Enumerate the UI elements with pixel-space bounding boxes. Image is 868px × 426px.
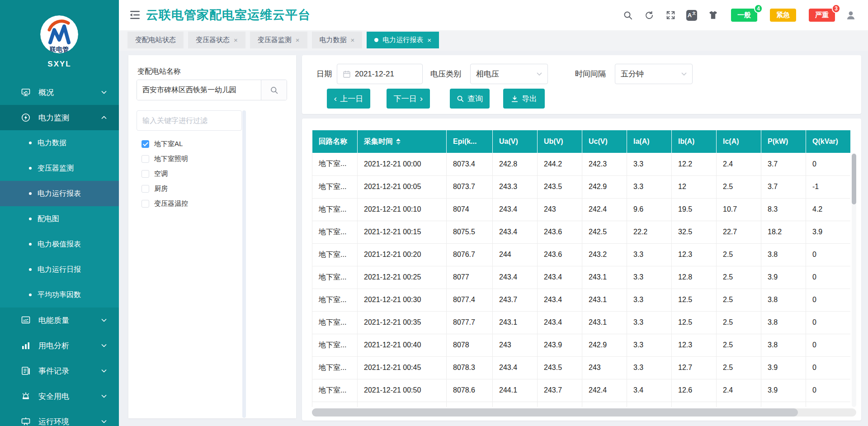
sidebar-subitem-4[interactable]: 电力运行报表 xyxy=(0,181,119,206)
sort-icon[interactable] xyxy=(396,138,401,145)
alarm-badge-0[interactable]: 一般4 xyxy=(731,9,757,22)
next-day-button[interactable]: 下一日 › xyxy=(387,89,430,109)
refresh-icon[interactable] xyxy=(644,10,655,21)
sidebar-item-label: 运行环境 xyxy=(38,417,69,426)
voltage-type-select[interactable]: 相电压 xyxy=(470,64,548,84)
table-cell: 地下室... xyxy=(312,311,358,334)
table-cell: 243.5 xyxy=(538,356,582,379)
table-cell: 242.4 xyxy=(582,198,627,221)
sidebar-item-label: 安全用电 xyxy=(38,391,69,402)
sidebar-item-11[interactable]: 事件记录 xyxy=(0,358,119,383)
circuit-row-4[interactable]: 变压器温控 xyxy=(142,196,188,211)
chevron-down-icon xyxy=(681,72,687,76)
sidebar-subitem-2[interactable]: 电力数据 xyxy=(0,130,119,156)
sidebar-subitem-5[interactable]: 配电图 xyxy=(0,206,119,232)
close-icon[interactable]: × xyxy=(234,37,238,43)
circuit-label: 厨房 xyxy=(154,185,168,193)
table-cell: 242.9 xyxy=(582,175,627,198)
sidebar-item-1[interactable]: 电力监测 xyxy=(0,105,119,130)
table-row: 地下室...2021-12-21 00:108074243.4243242.49… xyxy=(312,198,851,221)
close-icon[interactable]: × xyxy=(427,37,431,43)
table-row: 地下室...2021-12-21 00:058073.7243.3243.524… xyxy=(312,175,851,198)
sidebar-item-9[interactable]: 电能质量 xyxy=(0,308,119,333)
table-cell: 3.3 xyxy=(627,153,672,175)
interval-select[interactable]: 五分钟 xyxy=(615,64,693,84)
table-cell: -1 xyxy=(806,175,851,198)
sidebar-subitem-8[interactable]: 平均功率因数 xyxy=(0,282,119,308)
checkbox[interactable] xyxy=(142,200,149,208)
query-button[interactable]: 查询 xyxy=(450,89,490,109)
tab-0[interactable]: 变配电站状态 xyxy=(127,32,184,48)
checkbox-checked[interactable] xyxy=(142,140,149,148)
table-cell: 242.3 xyxy=(582,153,627,175)
keyword-filter-input[interactable] xyxy=(137,110,242,131)
alarm-badge-2[interactable]: 严重3 xyxy=(809,9,835,22)
prev-day-button[interactable]: ‹ 上一日 xyxy=(327,89,370,109)
table-cell: 3.3 xyxy=(627,289,672,311)
circuit-row-3[interactable]: 厨房 xyxy=(142,181,188,196)
table-cell: 10.7 xyxy=(717,198,761,221)
translate-icon[interactable]: A文 xyxy=(686,10,697,21)
table-cell xyxy=(538,402,582,407)
circuit-tree: 地下室AL地下室照明空调厨房变压器温控 xyxy=(142,137,188,211)
circuit-label: 地下室照明 xyxy=(154,155,188,163)
sidebar-item-label: 电能质量 xyxy=(38,315,69,326)
checkbox[interactable] xyxy=(142,155,149,163)
tab-4[interactable]: 电力运行报表× xyxy=(367,32,439,48)
table-cell: 地下室... xyxy=(312,175,358,198)
table-cell: 242.4 xyxy=(582,379,627,402)
checkbox[interactable] xyxy=(142,170,149,178)
table-cell: 243.4 xyxy=(538,289,582,311)
sidebar-item-10[interactable]: 用电分析 xyxy=(0,333,119,358)
close-icon[interactable]: × xyxy=(351,37,355,43)
events-icon xyxy=(20,365,31,376)
search-icon[interactable] xyxy=(623,10,633,21)
circuit-row-0[interactable]: 地下室AL xyxy=(142,137,188,151)
table-cell: 地下室... xyxy=(312,334,358,356)
alarm-badge-1[interactable]: 紧急 xyxy=(770,9,796,22)
table-cell: 2.5 xyxy=(717,243,761,266)
table-cell: 12.2 xyxy=(672,153,717,175)
column-header-2: Epi(k... xyxy=(447,130,493,153)
vertical-scrollbar[interactable] xyxy=(852,154,856,204)
circuit-row-1[interactable]: 地下室照明 xyxy=(142,151,188,166)
sidebar-subitem-6[interactable]: 电力极值报表 xyxy=(0,232,119,257)
tab-list: 变配电站状态变压器状态×变压器监测×电力数据×电力运行报表× xyxy=(119,30,868,48)
table-cell: 3.3 xyxy=(627,334,672,356)
date-label: 日期 xyxy=(316,64,332,84)
table-cell: 32.5 xyxy=(672,221,717,243)
table-cell: 12.3 xyxy=(672,243,717,266)
tree-scrollbar[interactable] xyxy=(242,110,246,418)
table-cell: 3.3 xyxy=(627,311,672,334)
sidebar-item-13[interactable]: 运行环境 xyxy=(0,409,119,426)
tab-label: 电力数据 xyxy=(320,36,347,44)
checkbox[interactable] xyxy=(142,185,149,193)
sidebar-subitem-7[interactable]: 电力运行日报 xyxy=(0,257,119,282)
date-picker[interactable]: 2021-12-21 xyxy=(337,64,423,84)
horizontal-scrollbar[interactable] xyxy=(312,408,798,417)
fullscreen-icon[interactable] xyxy=(665,10,676,21)
station-name-input[interactable] xyxy=(137,80,261,100)
column-header-1[interactable]: 采集时间 xyxy=(358,130,447,153)
bullet-icon xyxy=(29,167,32,170)
theme-shirt-icon[interactable] xyxy=(708,10,718,21)
collapse-menu-icon[interactable] xyxy=(129,9,141,20)
sidebar-item-0[interactable]: 概况 xyxy=(0,80,119,105)
tab-1[interactable]: 变压器状态× xyxy=(188,32,245,48)
tab-3[interactable]: 电力数据× xyxy=(312,32,363,48)
tab-2[interactable]: 变压器监测× xyxy=(250,32,307,48)
table-cell: 242.5 xyxy=(582,221,627,243)
tab-label: 变配电站状态 xyxy=(135,36,176,44)
station-search-button[interactable] xyxy=(261,80,287,100)
column-header-3: Ua(V) xyxy=(493,130,538,153)
sidebar-subitem-3[interactable]: 变压器监测 xyxy=(0,156,119,181)
table-cell: 0 xyxy=(806,311,851,334)
user-icon[interactable] xyxy=(845,10,856,21)
circuit-row-2[interactable]: 空调 xyxy=(142,166,188,181)
table-cell: 2021-12-21 00:40 xyxy=(358,334,447,356)
sidebar-item-12[interactable]: 安全用电 xyxy=(0,383,119,409)
table-cell: 2021-12-21 00:35 xyxy=(358,311,447,334)
table-cell: 3.4 xyxy=(627,379,672,402)
export-button[interactable]: 导出 xyxy=(503,89,545,109)
close-icon[interactable]: × xyxy=(296,37,300,43)
